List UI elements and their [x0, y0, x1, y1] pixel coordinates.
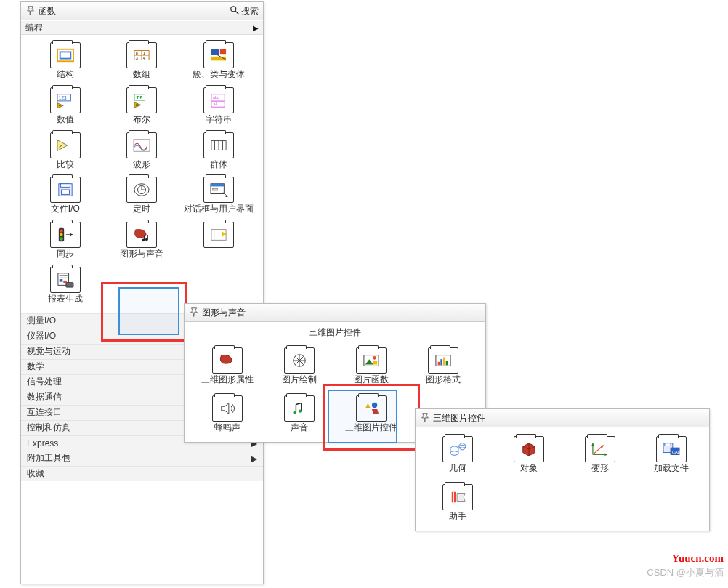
svg-rect-59: [66, 283, 73, 287]
svg-rect-34: [60, 184, 70, 188]
item-numeric[interactable]: 123+ 数值: [29, 86, 102, 126]
functions-panel-header: 函数 搜索: [21, 2, 263, 20]
item-picture-func[interactable]: 图片函数: [339, 346, 403, 387]
watermark-csdn: CSDN @小夏与酒: [647, 566, 724, 579]
cat-addons[interactable]: 附加工具包▶: [21, 451, 263, 466]
svg-text:abc: abc: [213, 95, 219, 100]
svg-marker-77: [365, 403, 370, 408]
svg-point-76: [371, 403, 376, 408]
item-cluster[interactable]: 簇、类与变体: [182, 41, 255, 81]
item-string[interactable]: abcaA 字符串: [182, 86, 255, 126]
svg-point-80: [459, 446, 466, 448]
search-icon: [230, 5, 240, 17]
item-hidden[interactable]: [182, 220, 255, 261]
svg-rect-73: [445, 361, 448, 365]
item-array[interactable]: 8134 数组: [105, 41, 178, 81]
svg-text:T F: T F: [137, 95, 143, 100]
svg-text:1: 1: [143, 51, 145, 55]
svg-rect-72: [443, 357, 445, 365]
item-compare[interactable]: > 比较: [29, 131, 102, 172]
cat-favorites[interactable]: 收藏: [21, 466, 263, 481]
svg-point-47: [60, 237, 63, 241]
pin-icon[interactable]: [25, 5, 36, 17]
svg-rect-68: [373, 361, 377, 365]
svg-text:CAD: CAD: [672, 450, 681, 454]
item-picture-draw[interactable]: 图片绘制: [267, 346, 331, 387]
svg-point-74: [293, 411, 296, 414]
item-structure[interactable]: 结构: [29, 41, 102, 81]
panel3-title: 三维图片控件: [433, 412, 485, 424]
item-collection[interactable]: 群体: [182, 131, 255, 172]
svg-text:8: 8: [136, 51, 138, 55]
panel2-subtitle: 三维图片控件: [185, 322, 485, 339]
svg-text:+: +: [59, 103, 61, 108]
svg-text:aA: aA: [214, 102, 219, 106]
graphics-sound-header: 图形与声音: [185, 304, 485, 322]
svg-rect-57: [60, 279, 63, 282]
item-load-file[interactable]: CAD 加载文件: [639, 435, 703, 475]
svg-rect-41: [211, 184, 224, 187]
svg-point-46: [60, 233, 63, 237]
item-report[interactable]: 报表生成: [29, 265, 102, 306]
item-helper[interactable]: 助手: [426, 483, 490, 523]
pin-icon[interactable]: [420, 412, 430, 424]
item-boolean[interactable]: T FA 布尔: [105, 86, 178, 126]
svg-text:>: >: [59, 142, 62, 148]
svg-point-79: [459, 443, 466, 450]
item-waveform[interactable]: 波形: [105, 131, 178, 172]
svg-text:123: 123: [59, 95, 67, 100]
svg-point-67: [373, 356, 376, 360]
item-3d-props[interactable]: 三维图形属性: [195, 346, 259, 387]
programming-grid: 结构 8134 数组 簇、类与变体 123+ 数值 T FA 布尔 abcaA …: [21, 35, 263, 309]
svg-rect-3: [60, 52, 70, 58]
svg-point-45: [60, 229, 63, 233]
svg-marker-84: [604, 454, 607, 456]
svg-rect-71: [440, 359, 442, 365]
item-timing[interactable]: 定时: [105, 175, 178, 216]
svg-point-49: [142, 239, 145, 242]
functions-panel: 函数 搜索 编程 ▶ 结构 8134 数组 簇、类与变体: [20, 1, 264, 584]
svg-point-0: [231, 6, 236, 11]
item-sync[interactable]: 同步: [29, 220, 102, 261]
category-label: 编程: [25, 22, 43, 34]
item-object[interactable]: 对象: [497, 435, 561, 475]
item-transform[interactable]: 变形: [568, 435, 632, 475]
category-programming[interactable]: 编程 ▶: [21, 20, 263, 35]
3d-panel-header: 三维图片控件: [416, 409, 709, 427]
svg-marker-48: [70, 233, 73, 237]
item-dialog[interactable]: 对话框与用户界面: [182, 175, 255, 216]
svg-rect-70: [437, 362, 440, 366]
svg-rect-12: [220, 49, 226, 54]
panel-title: 函数: [39, 5, 56, 17]
pin-icon[interactable]: [189, 307, 199, 319]
item-beep[interactable]: 蜂鸣声: [195, 394, 259, 435]
item-fileio[interactable]: 文件I/O: [29, 175, 102, 216]
watermark-yuucn: Yuucn.com: [671, 552, 724, 565]
svg-rect-88: [665, 443, 671, 446]
panel3-grid: 几何 对象 变形 CAD 加载文件 助手: [416, 427, 709, 531]
svg-marker-43: [225, 196, 228, 198]
expand-icon: ▶: [253, 23, 259, 33]
svg-rect-11: [211, 49, 219, 55]
svg-text:A: A: [136, 102, 139, 107]
svg-point-50: [146, 238, 149, 241]
svg-rect-35: [61, 190, 69, 194]
svg-text:4: 4: [143, 56, 145, 60]
svg-point-78: [450, 451, 458, 456]
panel2-title: 图形与声音: [202, 307, 246, 319]
item-graphic-format[interactable]: 图形格式: [411, 346, 475, 387]
item-graphics-sound[interactable]: 图形与声音: [105, 220, 178, 261]
item-sound[interactable]: 声音: [267, 394, 331, 435]
svg-rect-42: [213, 189, 217, 191]
item-3d-pic-control[interactable]: 三维图片控件: [339, 394, 403, 435]
3d-picture-control-panel: 三维图片控件 几何 对象 变形 CAD 加载文件 助手: [415, 408, 710, 531]
item-geometry[interactable]: 几何: [426, 435, 490, 475]
svg-point-75: [298, 409, 301, 412]
svg-text:3: 3: [136, 56, 138, 60]
svg-line-1: [235, 10, 238, 13]
svg-marker-85: [591, 443, 594, 446]
search-button[interactable]: 搜索: [230, 5, 259, 17]
search-label: 搜索: [241, 5, 259, 17]
